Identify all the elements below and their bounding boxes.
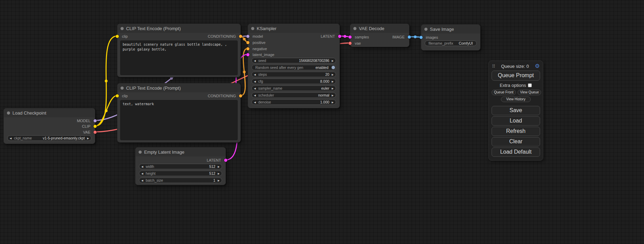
node-status-dot[interactable] [121, 27, 124, 30]
view-history-button[interactable]: View History [501, 97, 530, 102]
node-save-image[interactable]: Save Image images filename_prefix ComfyU… [421, 24, 480, 51]
decrement-arrow-icon[interactable]: ◀ [254, 60, 256, 62]
increment-arrow-icon[interactable]: ▶ [87, 137, 89, 139]
node-title-bar[interactable]: KSampler [248, 24, 339, 33]
latent-output-dot[interactable] [338, 35, 341, 38]
random-seed-widget[interactable]: Random seed after every gen enabled [252, 65, 336, 70]
samples-input-dot[interactable] [349, 36, 352, 39]
input-slot-clip: clip [117, 93, 128, 99]
decrement-arrow-icon[interactable]: ◀ [141, 179, 143, 182]
node-status-dot[interactable] [251, 27, 254, 30]
prompt-textarea[interactable]: beautiful scenery nature glass bottle la… [120, 40, 238, 75]
steps-widget[interactable]: ◀ steps 20 ▶ [252, 72, 336, 77]
sampler-name-widget[interactable]: ◀ sampler_name euler ▶ [252, 85, 336, 91]
latent-image-input-dot[interactable] [246, 53, 249, 56]
queue-menu-panel[interactable]: ⠿ Queue size: 0 ⚙ Queue Prompt Extra opt… [488, 61, 543, 161]
cfg-widget[interactable]: ◀ cfg 8.000 ▶ [252, 79, 336, 84]
decrement-arrow-icon[interactable]: ◀ [10, 137, 11, 139]
drag-handle-icon[interactable]: ⠿ [492, 64, 495, 69]
wire-model-dot [170, 77, 173, 80]
widget-label: filename_prefix [429, 41, 459, 45]
decrement-arrow-icon[interactable]: ◀ [254, 87, 256, 90]
node-graph-canvas[interactable]: Load Checkpoint MODEL CLIP VAE ◀ ckpt_na… [0, 0, 644, 244]
node-status-dot[interactable] [7, 111, 10, 115]
load-default-button[interactable]: Load Default [492, 147, 540, 157]
settings-gear-icon[interactable]: ⚙ [535, 63, 540, 69]
node-title: VAE Decode [359, 26, 384, 31]
height-widget[interactable]: ◀ height 512 ▶ [139, 171, 222, 176]
decrement-arrow-icon[interactable]: ◀ [141, 165, 143, 168]
queue-size-label: Queue size: 0 [501, 64, 529, 69]
decrement-arrow-icon[interactable]: ◀ [141, 172, 143, 175]
node-title: CLIP Text Encode (Prompt) [126, 26, 181, 31]
node-status-dot[interactable] [424, 28, 427, 31]
width-widget[interactable]: ◀ width 512 ▶ [139, 164, 222, 169]
model-output-dot[interactable] [94, 119, 97, 123]
node-empty-latent-image[interactable]: Empty Latent Image LATENT ◀ width 512 ▶ … [135, 147, 226, 185]
increment-arrow-icon[interactable]: ▶ [218, 165, 220, 168]
node-title-bar[interactable]: CLIP Text Encode (Prompt) [117, 83, 240, 92]
clear-button[interactable]: Clear [492, 137, 540, 146]
increment-arrow-icon[interactable]: ▶ [332, 73, 334, 76]
image-output-dot[interactable] [408, 36, 411, 39]
slot-label: samples [355, 35, 369, 39]
refresh-button[interactable]: Refresh [492, 127, 540, 136]
batch-size-widget[interactable]: ◀ batch_size 1 ▶ [139, 178, 222, 183]
clip-output-dot[interactable] [94, 125, 97, 128]
model-input-dot[interactable] [246, 35, 249, 38]
output-slot-image: IMAGE [392, 34, 409, 40]
queue-front-button[interactable]: Queue Front [492, 90, 516, 95]
clip-input-dot[interactable] [116, 94, 119, 98]
slot-label: vae [355, 41, 361, 45]
seed-widget[interactable]: ◀ seed 156680208700286 ▶ [252, 58, 336, 63]
filename-prefix-widget[interactable]: filename_prefix ComfyUI [425, 40, 477, 46]
denoise-widget[interactable]: ◀ denoise 1.000 ▶ [252, 99, 336, 105]
node-title-bar[interactable]: CLIP Text Encode (Prompt) [117, 24, 240, 33]
load-button[interactable]: Load [492, 116, 540, 126]
vae-input-dot[interactable] [349, 42, 352, 45]
node-status-dot[interactable] [139, 151, 142, 154]
node-ksampler[interactable]: KSampler model positive negative latent_… [248, 24, 340, 108]
increment-arrow-icon[interactable]: ▶ [332, 101, 334, 103]
positive-input-dot[interactable] [246, 41, 249, 44]
decrement-arrow-icon[interactable]: ◀ [254, 101, 256, 103]
wire-clip-to-negative-dot [105, 109, 108, 112]
slot-label: negative [253, 47, 267, 51]
ckpt-name-widget[interactable]: ◀ ckpt_name v1-5-pruned-emaonly.ckpt ▶ [7, 135, 91, 141]
random-seed-toggle-dot[interactable] [332, 66, 335, 69]
vae-output-dot[interactable] [94, 131, 97, 134]
queue-prompt-button[interactable]: Queue Prompt [492, 71, 540, 81]
increment-arrow-icon[interactable]: ▶ [218, 179, 220, 182]
clip-input-dot[interactable] [116, 35, 119, 38]
decrement-arrow-icon[interactable]: ◀ [254, 80, 256, 83]
increment-arrow-icon[interactable]: ▶ [332, 94, 334, 97]
node-title-bar[interactable]: VAE Decode [350, 24, 409, 33]
extra-options-checkbox[interactable] [528, 83, 532, 87]
conditioning-output-dot[interactable] [239, 94, 242, 98]
node-clip-text-encode-negative[interactable]: CLIP Text Encode (Prompt) clip CONDITION… [117, 83, 241, 143]
node-vae-decode[interactable]: VAE Decode samples vae IMAGE [350, 24, 409, 47]
widget-label: sampler_name [258, 86, 321, 90]
increment-arrow-icon[interactable]: ▶ [332, 87, 334, 90]
node-title-bar[interactable]: Load Checkpoint [4, 108, 95, 117]
save-button[interactable]: Save [492, 106, 540, 115]
increment-arrow-icon[interactable]: ▶ [332, 80, 334, 83]
negative-input-dot[interactable] [246, 47, 249, 51]
images-input-dot[interactable] [420, 36, 423, 39]
node-title-bar[interactable]: Empty Latent Image [135, 147, 226, 156]
increment-arrow-icon[interactable]: ▶ [332, 60, 334, 62]
node-load-checkpoint[interactable]: Load Checkpoint MODEL CLIP VAE ◀ ckpt_na… [3, 108, 95, 144]
prompt-textarea[interactable]: text, watermark [120, 100, 238, 140]
slot-label: model [253, 34, 263, 38]
node-title-bar[interactable]: Save Image [421, 25, 480, 34]
scheduler-widget[interactable]: ◀ scheduler normal ▶ [252, 92, 336, 98]
view-queue-button[interactable]: View Queue [518, 90, 541, 95]
conditioning-output-dot[interactable] [239, 35, 242, 38]
node-status-dot[interactable] [353, 27, 356, 30]
increment-arrow-icon[interactable]: ▶ [218, 172, 220, 175]
node-clip-text-encode-positive[interactable]: CLIP Text Encode (Prompt) clip CONDITION… [117, 24, 241, 77]
node-status-dot[interactable] [121, 87, 124, 90]
latent-output-dot[interactable] [224, 159, 227, 162]
decrement-arrow-icon[interactable]: ◀ [254, 73, 256, 76]
decrement-arrow-icon[interactable]: ◀ [254, 94, 256, 97]
